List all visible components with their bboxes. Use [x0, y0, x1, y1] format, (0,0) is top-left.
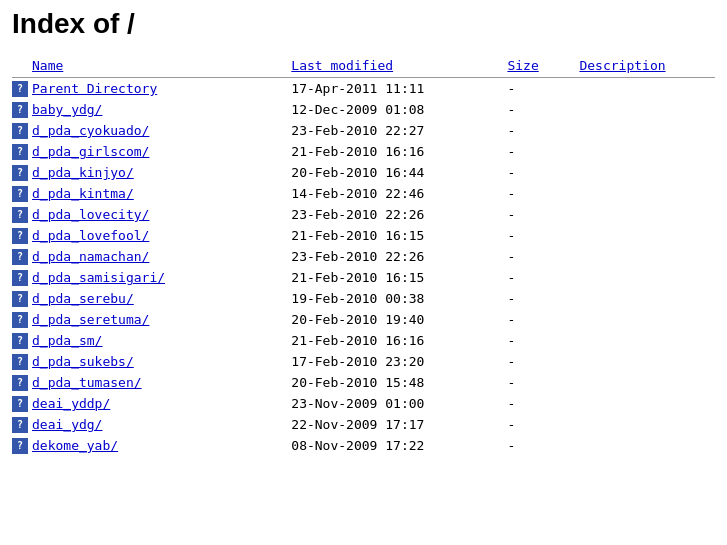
row-name-cell: d_pda_lovefool/: [32, 225, 291, 246]
col-header-modified: Last modified: [291, 56, 507, 78]
row-size-cell: -: [507, 162, 579, 183]
row-name-cell: d_pda_seretuma/: [32, 309, 291, 330]
folder-icon: ?: [12, 165, 28, 181]
row-size-cell: -: [507, 99, 579, 120]
entry-link[interactable]: dekome_yab/: [32, 438, 118, 453]
icon-header: [12, 56, 32, 78]
entry-link[interactable]: d_pda_samisigari/: [32, 270, 165, 285]
sort-desc-link[interactable]: Description: [579, 58, 665, 73]
folder-icon: ?: [12, 396, 28, 412]
table-row: ?d_pda_lovecity/23-Feb-2010 22:26-: [12, 204, 715, 225]
entry-link[interactable]: d_pda_girlscom/: [32, 144, 149, 159]
table-row: ?d_pda_lovefool/21-Feb-2010 16:15-: [12, 225, 715, 246]
row-description-cell: [579, 120, 715, 141]
sort-size-link[interactable]: Size: [507, 58, 538, 73]
row-modified-cell: 17-Apr-2011 11:11: [291, 78, 507, 100]
table-row: ?d_pda_cyokuado/23-Feb-2010 22:27-: [12, 120, 715, 141]
row-description-cell: [579, 204, 715, 225]
table-row: ?deai_ydg/22-Nov-2009 17:17-: [12, 414, 715, 435]
row-icon-cell: ?: [12, 351, 32, 372]
row-name-cell: d_pda_serebu/: [32, 288, 291, 309]
col-header-name: Name: [32, 56, 291, 78]
row-description-cell: [579, 288, 715, 309]
folder-icon: ?: [12, 354, 28, 370]
entry-link[interactable]: deai_ydg/: [32, 417, 102, 432]
folder-icon: ?: [12, 417, 28, 433]
row-modified-cell: 20-Feb-2010 19:40: [291, 309, 507, 330]
table-row: ?d_pda_kintma/14-Feb-2010 22:46-: [12, 183, 715, 204]
row-name-cell: Parent Directory: [32, 78, 291, 100]
folder-icon: ?: [12, 249, 28, 265]
row-icon-cell: ?: [12, 372, 32, 393]
entry-link[interactable]: d_pda_seretuma/: [32, 312, 149, 327]
row-name-cell: d_pda_tumasen/: [32, 372, 291, 393]
row-size-cell: -: [507, 78, 579, 100]
row-icon-cell: ?: [12, 120, 32, 141]
row-modified-cell: 21-Feb-2010 16:15: [291, 267, 507, 288]
entry-link[interactable]: d_pda_cyokuado/: [32, 123, 149, 138]
page-title: Index of /: [12, 8, 715, 40]
table-row: ?d_pda_sm/21-Feb-2010 16:16-: [12, 330, 715, 351]
entry-link[interactable]: d_pda_kintma/: [32, 186, 134, 201]
row-description-cell: [579, 99, 715, 120]
row-description-cell: [579, 372, 715, 393]
row-modified-cell: 23-Feb-2010 22:26: [291, 204, 507, 225]
entry-link[interactable]: d_pda_sukebs/: [32, 354, 134, 369]
sort-name-link[interactable]: Name: [32, 58, 63, 73]
row-description-cell: [579, 78, 715, 100]
row-description-cell: [579, 330, 715, 351]
entry-link[interactable]: d_pda_sm/: [32, 333, 102, 348]
row-size-cell: -: [507, 372, 579, 393]
folder-icon: ?: [12, 102, 28, 118]
row-name-cell: d_pda_sm/: [32, 330, 291, 351]
row-size-cell: -: [507, 141, 579, 162]
row-size-cell: -: [507, 414, 579, 435]
entry-link[interactable]: d_pda_lovecity/: [32, 207, 149, 222]
folder-icon: ?: [12, 186, 28, 202]
folder-icon: ?: [12, 333, 28, 349]
row-icon-cell: ?: [12, 435, 32, 456]
folder-icon: ?: [12, 375, 28, 391]
row-name-cell: d_pda_samisigari/: [32, 267, 291, 288]
row-icon-cell: ?: [12, 78, 32, 100]
row-modified-cell: 20-Feb-2010 16:44: [291, 162, 507, 183]
row-size-cell: -: [507, 330, 579, 351]
col-header-description: Description: [579, 56, 715, 78]
entry-link[interactable]: deai_yddp/: [32, 396, 110, 411]
folder-icon: ?: [12, 438, 28, 454]
table-row: ?dekome_yab/08-Nov-2009 17:22-: [12, 435, 715, 456]
folder-icon: ?: [12, 207, 28, 223]
row-modified-cell: 12-Dec-2009 01:08: [291, 99, 507, 120]
row-modified-cell: 22-Nov-2009 17:17: [291, 414, 507, 435]
sort-modified-link[interactable]: Last modified: [291, 58, 393, 73]
entry-link[interactable]: baby_ydg/: [32, 102, 102, 117]
row-modified-cell: 20-Feb-2010 15:48: [291, 372, 507, 393]
row-description-cell: [579, 267, 715, 288]
row-modified-cell: 23-Feb-2010 22:27: [291, 120, 507, 141]
entry-link[interactable]: d_pda_tumasen/: [32, 375, 142, 390]
row-size-cell: -: [507, 435, 579, 456]
row-description-cell: [579, 435, 715, 456]
row-icon-cell: ?: [12, 204, 32, 225]
table-row: ?d_pda_tumasen/20-Feb-2010 15:48-: [12, 372, 715, 393]
entry-link[interactable]: d_pda_kinjyo/: [32, 165, 134, 180]
row-size-cell: -: [507, 204, 579, 225]
folder-icon: ?: [12, 312, 28, 328]
row-name-cell: d_pda_kintma/: [32, 183, 291, 204]
entry-link[interactable]: d_pda_serebu/: [32, 291, 134, 306]
row-size-cell: -: [507, 183, 579, 204]
entry-link[interactable]: d_pda_lovefool/: [32, 228, 149, 243]
table-row: ?d_pda_samisigari/21-Feb-2010 16:15-: [12, 267, 715, 288]
table-header-row: Name Last modified Size Description: [12, 56, 715, 78]
entry-link[interactable]: d_pda_namachan/: [32, 249, 149, 264]
row-description-cell: [579, 225, 715, 246]
row-description-cell: [579, 309, 715, 330]
row-icon-cell: ?: [12, 288, 32, 309]
row-name-cell: baby_ydg/: [32, 99, 291, 120]
row-modified-cell: 23-Feb-2010 22:26: [291, 246, 507, 267]
row-name-cell: deai_ydg/: [32, 414, 291, 435]
row-name-cell: deai_yddp/: [32, 393, 291, 414]
row-description-cell: [579, 351, 715, 372]
row-modified-cell: 21-Feb-2010 16:15: [291, 225, 507, 246]
entry-link[interactable]: Parent Directory: [32, 81, 157, 96]
